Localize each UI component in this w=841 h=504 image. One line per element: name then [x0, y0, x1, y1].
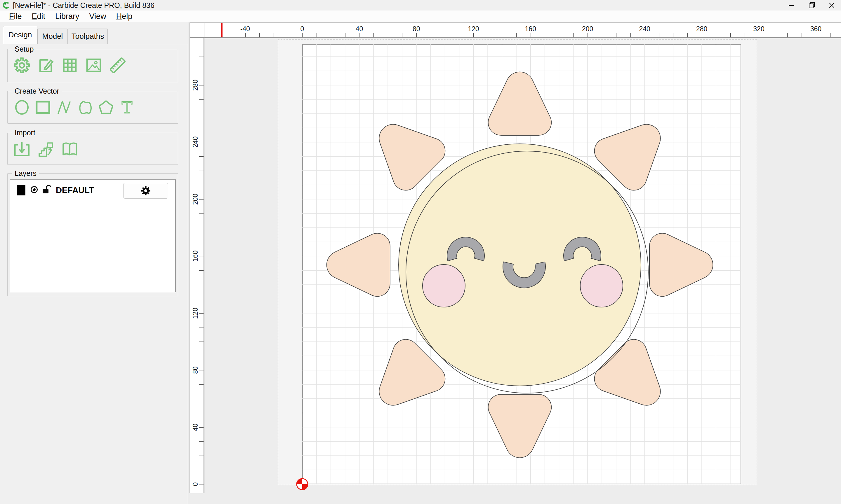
- ruler-label: 280: [192, 76, 199, 94]
- ruler-tick: [199, 327, 204, 328]
- ruler-label: 40: [192, 418, 199, 436]
- sun-ray[interactable]: [488, 394, 552, 457]
- ruler-tick: [199, 128, 204, 128]
- layers-list[interactable]: DEFAULT: [10, 179, 176, 292]
- setup-group: Setup: [7, 49, 178, 82]
- sidebar: Setup Cre: [0, 44, 188, 504]
- ruler-tick: [730, 33, 731, 37]
- layer-unlocked-lock-icon[interactable]: [42, 185, 52, 196]
- import-file-icon[interactable]: [14, 141, 30, 158]
- sun-ray[interactable]: [649, 233, 713, 296]
- ruler-tick: [473, 33, 474, 37]
- ruler-tick: [559, 33, 559, 37]
- ruler-tick: [199, 256, 204, 256]
- sun-ray[interactable]: [488, 72, 552, 135]
- ruler-label: 120: [192, 305, 199, 322]
- ruler-tick: [199, 100, 204, 100]
- ruler-tick: [199, 142, 204, 142]
- import-group: Import: [7, 133, 178, 165]
- ruler-label: 240: [636, 25, 654, 33]
- restore-icon[interactable]: [803, 0, 821, 11]
- design-drawing[interactable]: [302, 44, 741, 484]
- ruler-tick: [416, 33, 417, 37]
- ruler-corner: [190, 22, 204, 38]
- sun-ray[interactable]: [327, 233, 390, 296]
- polyline-tool-icon[interactable]: [55, 99, 72, 116]
- curve-tool-icon[interactable]: [76, 99, 93, 116]
- ruler-label: -40: [237, 25, 254, 33]
- text-tool-icon[interactable]: T: [119, 99, 136, 116]
- ruler-tick: [302, 33, 303, 37]
- circle-tool-icon[interactable]: [14, 99, 30, 116]
- ruler-tick: [199, 156, 204, 157]
- ruler-tick: [199, 270, 204, 271]
- ruler-label: 160: [522, 25, 539, 33]
- setup-group-label: Setup: [12, 45, 36, 53]
- ruler-tick: [199, 185, 204, 185]
- ruler-label: 80: [192, 361, 199, 379]
- tab-toolpaths[interactable]: Toolpaths: [68, 29, 108, 44]
- ruler-tick: [199, 313, 204, 313]
- layer-color-swatch[interactable]: [17, 185, 25, 195]
- ruler-tick: [516, 33, 517, 37]
- layer-settings-button[interactable]: [123, 183, 168, 199]
- ruler-tick: [502, 33, 502, 37]
- create-vector-group-label: Create Vector: [12, 87, 62, 95]
- ruler-position-marker: [221, 23, 223, 37]
- tab-design[interactable]: Design: [3, 26, 37, 44]
- ruler-tick: [445, 33, 445, 37]
- background-image-icon[interactable]: [85, 57, 102, 74]
- ruler-label: 240: [192, 133, 199, 151]
- ruler-tick: [702, 33, 702, 37]
- ruler-tick: [199, 228, 204, 228]
- ruler-tick: [199, 441, 204, 442]
- ruler-tick: [573, 33, 573, 37]
- design-library-icon[interactable]: [61, 141, 78, 158]
- job-setup-gear-icon[interactable]: [14, 57, 30, 74]
- ruler-tick: [716, 33, 716, 37]
- ruler-tick: [402, 33, 402, 37]
- menu-item-view[interactable]: View: [84, 11, 111, 22]
- material-grid-icon[interactable]: [61, 57, 78, 74]
- origin-marker[interactable]: [296, 478, 309, 490]
- layers-group: Layers DEFAULT: [7, 173, 178, 296]
- polygon-tool-icon[interactable]: [98, 99, 115, 116]
- ruler-tick: [274, 33, 274, 37]
- ruler-tick: [199, 384, 204, 385]
- ruler-tick: [199, 399, 204, 399]
- layer-row[interactable]: DEFAULT: [10, 182, 175, 199]
- ruler-label: 0: [192, 475, 199, 493]
- ruler-label: 120: [465, 25, 482, 33]
- rectangle-tool-icon[interactable]: [34, 99, 51, 116]
- close-icon[interactable]: [822, 0, 841, 11]
- canvas-viewport[interactable]: [188, 22, 841, 504]
- menu-item-library[interactable]: Library: [50, 11, 84, 22]
- svg-text:T: T: [122, 99, 132, 116]
- sun-design[interactable]: [327, 72, 713, 458]
- edit-job-icon[interactable]: [37, 57, 54, 74]
- measure-ruler-icon[interactable]: [109, 57, 126, 74]
- sun-cheek-right[interactable]: [580, 265, 623, 307]
- minimize-icon[interactable]: [782, 0, 801, 11]
- ruler-tick: [645, 33, 645, 37]
- tab-model[interactable]: Model: [37, 29, 68, 44]
- menu-item-edit[interactable]: Edit: [27, 11, 51, 22]
- ruler-tick: [431, 33, 431, 37]
- ruler-tick: [199, 71, 204, 71]
- ruler-tick: [199, 299, 204, 299]
- menu-item-file[interactable]: File: [4, 11, 27, 22]
- ruler-tick: [199, 85, 204, 86]
- ruler-tick: [773, 33, 773, 37]
- sun-cheek-left[interactable]: [423, 265, 465, 307]
- menu-item-help[interactable]: Help: [111, 11, 138, 22]
- layer-visible-eye-icon[interactable]: [30, 185, 39, 195]
- trace-image-icon[interactable]: [37, 141, 54, 158]
- ruler-tick: [816, 33, 816, 37]
- tab-strip: Design Model Toolpaths: [0, 22, 188, 44]
- app-logo-icon: [3, 2, 10, 9]
- import-group-label: Import: [12, 129, 38, 137]
- ruler-tick: [388, 33, 388, 37]
- ruler-tick: [331, 33, 331, 37]
- ruler-tick: [199, 356, 204, 356]
- ruler-tick: [802, 33, 802, 37]
